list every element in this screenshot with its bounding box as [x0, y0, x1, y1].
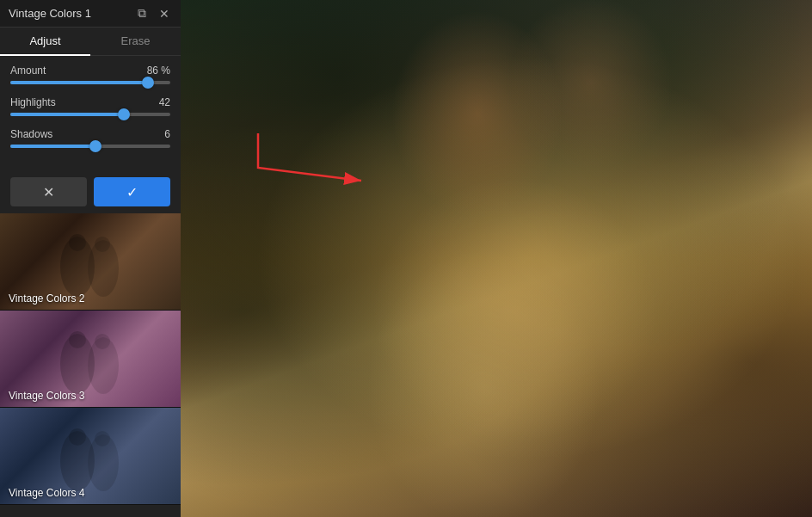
sliders-area: Amount 86 % Highlights 42 Shadows 6 [0, 56, 181, 169]
filter-label-2: Vintage Colors 2 [9, 292, 85, 305]
filter-list: Vintage Colors 2 Vintage Colors 3 [0, 213, 181, 517]
svg-point-10 [69, 428, 86, 446]
highlights-slider-row: Highlights 42 [10, 96, 170, 116]
shadows-thumb[interactable] [89, 140, 102, 152]
copy-icon[interactable]: ⧉ [134, 6, 150, 22]
shadows-slider-row: Shadows 6 [10, 128, 170, 148]
highlights-fill [10, 113, 124, 116]
close-icon[interactable]: ✕ [157, 6, 172, 22]
highlights-track[interactable] [10, 113, 170, 116]
action-buttons: ✕ ✓ [0, 170, 181, 213]
left-panel: Vintage Colors 1 ⧉ ✕ Adjust Erase Amount… [0, 0, 181, 517]
svg-point-3 [95, 237, 110, 252]
amount-slider-row: Amount 86 % [10, 65, 170, 84]
panel-header-icons: ⧉ ✕ [134, 6, 172, 22]
highlights-value: 42 [159, 96, 170, 108]
shadows-label: Shadows [10, 128, 52, 140]
filter-item-vintage-4[interactable]: Vintage Colors 4 [0, 408, 181, 505]
filter-label-3: Vintage Colors 3 [9, 390, 85, 402]
svg-point-7 [95, 334, 110, 349]
main-photo [181, 0, 812, 517]
photo-background [181, 0, 812, 517]
shadows-track[interactable] [10, 145, 170, 148]
panel-title: Vintage Colors 1 [9, 7, 134, 20]
tab-adjust[interactable]: Adjust [0, 28, 90, 56]
cancel-icon: ✕ [43, 184, 54, 200]
cancel-button[interactable]: ✕ [10, 177, 87, 206]
svg-point-2 [69, 234, 86, 251]
amount-fill [10, 81, 148, 84]
shadows-fill [10, 145, 95, 148]
amount-value: 86 % [147, 65, 170, 77]
tabs: Adjust Erase [0, 28, 181, 56]
amount-label: Amount [10, 65, 46, 77]
amount-track[interactable] [10, 81, 170, 84]
confirm-icon: ✓ [126, 184, 138, 200]
amount-thumb[interactable] [142, 77, 154, 89]
confirm-button[interactable]: ✓ [94, 177, 170, 206]
svg-point-6 [69, 331, 86, 348]
tab-erase[interactable]: Erase [90, 28, 181, 55]
shadows-value: 6 [164, 128, 170, 140]
vintage-tint-layer [181, 0, 812, 517]
filter-label-4: Vintage Colors 4 [9, 487, 85, 499]
highlights-label: Highlights [10, 96, 56, 108]
highlights-thumb[interactable] [118, 108, 130, 120]
filter-item-vintage-3[interactable]: Vintage Colors 3 [0, 311, 181, 408]
panel-header: Vintage Colors 1 ⧉ ✕ [0, 0, 181, 28]
svg-point-11 [95, 431, 110, 446]
filter-item-vintage-2[interactable]: Vintage Colors 2 [0, 213, 181, 311]
